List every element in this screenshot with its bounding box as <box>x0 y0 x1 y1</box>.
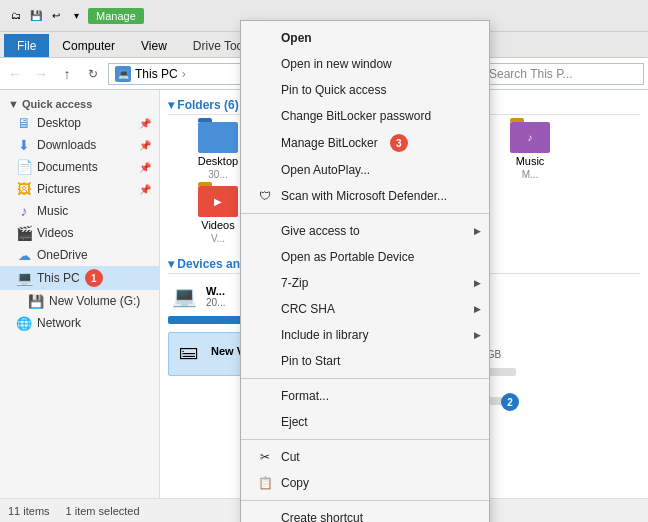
cm-sep-1 <box>241 213 489 214</box>
items-count: 11 items <box>8 505 50 517</box>
cm-include-library[interactable]: Include in library <box>241 322 489 348</box>
sidebar-item-documents[interactable]: 📄 Documents 📌 <box>0 156 159 178</box>
cm-eject-icon <box>257 414 273 430</box>
sidebar-item-newvolume[interactable]: 💾 New Volume (G:) <box>0 290 159 312</box>
sidebar-item-onedrive[interactable]: ☁ OneDrive <box>0 244 159 266</box>
cm-shortcut-icon <box>257 510 273 522</box>
newvolume-icon: 💾 <box>28 293 44 309</box>
search-box[interactable]: 🔍 Search This P... <box>464 63 644 85</box>
path-chevron: › <box>182 67 186 81</box>
tab-view[interactable]: View <box>128 34 180 57</box>
cm-sep-2 <box>241 378 489 379</box>
nav-up-button[interactable]: ↑ <box>56 63 78 85</box>
search-placeholder: Search This P... <box>489 67 573 81</box>
cm-defender-icon: 🛡 <box>257 188 273 204</box>
videos-icon-inner: ▶ <box>214 196 222 207</box>
manage-bitlocker-badge: 3 <box>390 134 408 152</box>
sidebar-item-videos[interactable]: 🎬 Videos <box>0 222 159 244</box>
cm-bitlocker-manage-icon <box>257 135 273 151</box>
tab-computer[interactable]: Computer <box>49 34 128 57</box>
sidebar-network-label: Network <box>37 316 81 330</box>
cm-sep-3 <box>241 439 489 440</box>
sidebar-pictures-label: Pictures <box>37 182 80 196</box>
manage-button[interactable]: Manage <box>88 8 144 24</box>
dropdown-icon[interactable]: ▾ <box>68 8 84 24</box>
cm-manage-bitlocker[interactable]: Manage BitLocker 3 <box>241 129 489 157</box>
cm-portable-icon <box>257 249 273 265</box>
cm-7zip-icon <box>257 275 273 291</box>
pictures-icon: 🖼 <box>16 181 32 197</box>
quick-access-label: ▼ Quick access <box>0 94 159 112</box>
desktop-pin: 📌 <box>139 118 151 129</box>
cm-create-shortcut[interactable]: Create shortcut <box>241 505 489 522</box>
cm-open-autoplay[interactable]: Open AutoPlay... <box>241 157 489 183</box>
sidebar-onedrive-label: OneDrive <box>37 248 88 262</box>
cm-pin-start-icon <box>257 353 273 369</box>
sidebar-videos-label: Videos <box>37 226 73 240</box>
sidebar-thispc-label: This PC <box>37 271 80 285</box>
cm-pin-quick-access[interactable]: Pin to Quick access <box>241 77 489 103</box>
title-bar-icons: 🗂 💾 ↩ ▾ <box>8 8 84 24</box>
cm-give-access[interactable]: Give access to <box>241 218 489 244</box>
sidebar-desktop-label: Desktop <box>37 116 81 130</box>
cm-bitlocker-change-icon <box>257 108 273 124</box>
sidebar-item-desktop[interactable]: 🖥 Desktop 📌 <box>0 112 159 134</box>
cm-open-icon <box>257 30 273 46</box>
folder-item-music[interactable]: ♪ Music M... <box>480 121 580 181</box>
sidebar-item-pictures[interactable]: 🖼 Pictures 📌 <box>0 178 159 200</box>
refresh-button[interactable]: ↻ <box>82 63 104 85</box>
cm-crc-sha[interactable]: CRC SHA <box>241 296 489 322</box>
cm-change-bitlocker[interactable]: Change BitLocker password <box>241 103 489 129</box>
context-menu: Open Open in new window Pin to Quick acc… <box>240 20 490 522</box>
cm-crc-icon <box>257 301 273 317</box>
sidebar-documents-label: Documents <box>37 160 98 174</box>
documents-icon: 📄 <box>16 159 32 175</box>
cm-format[interactable]: Format... <box>241 383 489 409</box>
cm-cut-icon: ✂ <box>257 449 273 465</box>
sidebar-item-music[interactable]: ♪ Music <box>0 200 159 222</box>
cm-pin-start[interactable]: Pin to Start <box>241 348 489 374</box>
device-header-windows: 💻 W... 20... <box>168 280 225 312</box>
thispc-badge: 1 <box>85 269 103 287</box>
cm-give-access-icon <box>257 223 273 239</box>
device-name-windows: W... <box>206 285 225 297</box>
sidebar-item-downloads[interactable]: ⬇ Downloads 📌 <box>0 134 159 156</box>
cm-open-new-window[interactable]: Open in new window <box>241 51 489 77</box>
network-icon: 🌐 <box>16 315 32 331</box>
selected-label: 1 item selected <box>66 505 140 517</box>
path-text: This PC <box>135 67 178 81</box>
folder-thumb-desktop <box>198 122 238 153</box>
nav-back-button[interactable]: ← <box>4 63 26 85</box>
desktop-icon: 🖥 <box>16 115 32 131</box>
cm-open-new-window-icon <box>257 56 273 72</box>
folder-label-music: Music <box>516 155 545 167</box>
onedrive-icon: ☁ <box>16 247 32 263</box>
downloads-pin: 📌 <box>139 140 151 151</box>
cm-format-icon <box>257 388 273 404</box>
cm-7zip[interactable]: 7-Zip <box>241 270 489 296</box>
sidebar-music-label: Music <box>37 204 68 218</box>
app-icon: 🗂 <box>8 8 24 24</box>
cm-copy[interactable]: 📋 Copy <box>241 470 489 496</box>
folder-thumb-music: ♪ <box>510 122 550 153</box>
nav-forward-button[interactable]: → <box>30 63 52 85</box>
folder-label-videos: Videos <box>201 219 234 231</box>
cm-scan-defender[interactable]: 🛡 Scan with Microsoft Defender... <box>241 183 489 209</box>
cm-open[interactable]: Open <box>241 25 489 51</box>
undo-icon[interactable]: ↩ <box>48 8 64 24</box>
thispc-icon: 💻 <box>16 270 32 286</box>
quick-save-icon[interactable]: 💾 <box>28 8 44 24</box>
downloads-icon: ⬇ <box>16 137 32 153</box>
cm-cut[interactable]: ✂ Cut <box>241 444 489 470</box>
sidebar: ▼ Quick access 🖥 Desktop 📌 ⬇ Downloads 📌… <box>0 90 160 498</box>
cm-pin-icon <box>257 82 273 98</box>
pictures-pin: 📌 <box>139 184 151 195</box>
sidebar-item-network[interactable]: 🌐 Network <box>0 312 159 334</box>
tab-file[interactable]: File <box>4 34 49 57</box>
cm-eject[interactable]: Eject <box>241 409 489 435</box>
newvolumeg-badge: 2 <box>501 393 519 411</box>
folder-size-desktop: 30... <box>208 169 227 180</box>
sidebar-item-thispc[interactable]: 💻 This PC 1 <box>0 266 159 290</box>
cm-autoplay-icon <box>257 162 273 178</box>
cm-open-portable[interactable]: Open as Portable Device <box>241 244 489 270</box>
